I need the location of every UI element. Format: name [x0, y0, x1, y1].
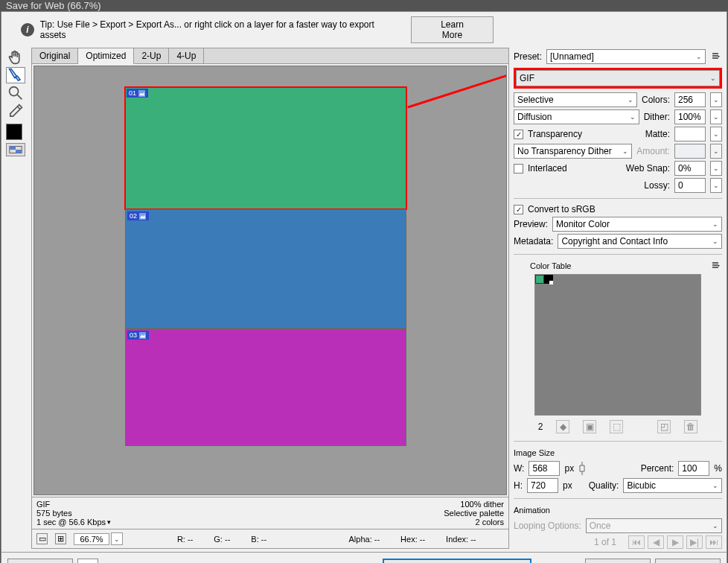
- matte-dropdown[interactable]: [674, 127, 706, 141]
- colors-input[interactable]: [674, 92, 706, 107]
- tip-text: Tip: Use File > Export > Export As... or…: [40, 19, 399, 40]
- status-square2[interactable]: ⊞: [55, 533, 66, 544]
- left-toolbar: [6, 48, 27, 549]
- color-table[interactable]: [534, 274, 701, 416]
- save-button[interactable]: Save...: [383, 559, 531, 563]
- slice-label: 02: [127, 211, 149, 220]
- slice-tool[interactable]: [6, 67, 25, 83]
- dither-input[interactable]: [674, 109, 706, 124]
- dither-stepper[interactable]: ⌄: [710, 109, 722, 124]
- percent-sign: %: [714, 463, 722, 474]
- tab-4up[interactable]: 4-Up: [169, 48, 204, 63]
- slice-visibility-button[interactable]: [6, 143, 25, 156]
- tab-optimized[interactable]: Optimized: [78, 48, 134, 64]
- preview-button[interactable]: Preview...: [7, 559, 73, 563]
- ct-trash-icon[interactable]: 🗑: [684, 420, 697, 433]
- status-hex: Hex: --: [400, 535, 425, 544]
- slice-01[interactable]: 01: [125, 87, 406, 209]
- w-px: px: [564, 463, 574, 474]
- svg-point-0: [10, 87, 19, 96]
- slice-02[interactable]: 02: [125, 209, 406, 328]
- last-frame-button: ⏭: [706, 535, 722, 549]
- status-r: R: --: [177, 535, 193, 544]
- slice-label: 01: [127, 89, 148, 98]
- settings-panel: Preset: [Unnamed]⌄ GIF⌄ Selective⌄ Color…: [514, 48, 722, 549]
- h-px: px: [563, 480, 572, 491]
- preview-dropdown[interactable]: Monitor Color⌄: [552, 217, 722, 232]
- ct-lock-icon[interactable]: ⬚: [610, 420, 623, 433]
- slice-03[interactable]: 03: [125, 328, 406, 446]
- quality-dropdown[interactable]: Bicubic⌄: [623, 478, 722, 493]
- w-input[interactable]: [529, 461, 560, 476]
- browser-dropdown[interactable]: ⌄: [77, 559, 98, 563]
- ct-cube-icon[interactable]: ▣: [583, 420, 596, 433]
- preset-label: Preset:: [514, 51, 542, 62]
- interlaced-checkbox[interactable]: [514, 164, 523, 174]
- learn-more-button[interactable]: Learn More: [411, 16, 494, 43]
- interlaced-label: Interlaced: [528, 163, 567, 174]
- info-colors: 2 colors: [444, 518, 504, 527]
- websnap-label: Web Snap:: [626, 163, 670, 174]
- percent-label: Percent:: [641, 463, 674, 474]
- quality-label: Quality:: [589, 480, 619, 491]
- metadata-dropdown[interactable]: Copyright and Contact Info⌄: [558, 234, 722, 249]
- trans-dither-dropdown[interactable]: No Transparency Dither⌄: [514, 144, 632, 159]
- h-label: H:: [514, 480, 523, 491]
- canvas[interactable]: 01 02 03: [33, 66, 507, 495]
- colors-stepper[interactable]: ⌄: [710, 92, 722, 107]
- status-square1[interactable]: ▭: [36, 533, 48, 544]
- info-format: GIF: [36, 500, 111, 509]
- transparency-label: Transparency: [528, 129, 582, 139]
- srgb-checkbox[interactable]: ✓: [514, 205, 523, 214]
- lossy-input[interactable]: [674, 178, 706, 193]
- websnap-stepper[interactable]: ⌄: [710, 161, 722, 176]
- status-b: B: --: [251, 535, 266, 544]
- tab-2up[interactable]: 2-Up: [134, 48, 169, 63]
- color-swatch[interactable]: [6, 124, 22, 140]
- transparency-checkbox[interactable]: ✓: [514, 130, 523, 139]
- format-dropdown[interactable]: GIF⌄: [516, 70, 720, 86]
- colortable-toolbar: 2 ◆ ▣ ⬚ ◰ 🗑: [514, 418, 722, 436]
- colortable-title: Color Table: [530, 261, 571, 270]
- slice-label: 03: [127, 331, 149, 340]
- info-dither: 100% dither: [444, 500, 504, 509]
- srgb-label: Convert to sRGB: [528, 204, 596, 214]
- title-bar: Save for Web (66.7%): [0, 0, 728, 11]
- preset-flyout-icon[interactable]: [710, 52, 722, 61]
- zoom-input[interactable]: [74, 533, 109, 545]
- link-icon[interactable]: [578, 461, 586, 476]
- dither-dropdown[interactable]: Diffusion⌄: [514, 109, 639, 124]
- metadata-label: Metadata:: [514, 236, 553, 246]
- preset-dropdown[interactable]: [Unnamed]⌄: [546, 49, 706, 64]
- preview-label: Preview:: [514, 219, 548, 229]
- ct-new-icon[interactable]: ◰: [657, 420, 671, 433]
- ct-sort-icon[interactable]: ◆: [556, 420, 569, 433]
- amount-stepper: ⌄: [710, 144, 722, 159]
- done-button[interactable]: Done: [655, 559, 721, 563]
- eyedropper-tool[interactable]: [6, 103, 25, 119]
- amount-label: Amount:: [636, 146, 670, 156]
- reduction-dropdown[interactable]: Selective⌄: [514, 92, 637, 107]
- websnap-input[interactable]: [674, 161, 706, 176]
- cancel-button[interactable]: Cancel: [585, 559, 651, 563]
- percent-input[interactable]: [678, 461, 709, 476]
- matte-arrow[interactable]: ⌄: [710, 127, 722, 141]
- status-alpha: Alpha: --: [349, 535, 380, 544]
- status-index: Index: --: [446, 535, 476, 544]
- zoom-tool[interactable]: [6, 85, 25, 101]
- info-size: 575 bytes: [36, 509, 111, 518]
- info-icon: i: [21, 23, 34, 36]
- colortable-flyout-icon[interactable]: [710, 261, 722, 270]
- tab-original[interactable]: Original: [32, 48, 78, 63]
- animation-title: Animation: [514, 506, 550, 515]
- pager-text: 1 of 1: [594, 537, 616, 547]
- amount-input: [674, 144, 706, 159]
- loop-dropdown: Once⌄: [586, 518, 722, 533]
- dialog-footer: Preview... ⌄ Save... Cancel Done: [1, 552, 727, 563]
- prev-frame-button: ◀: [648, 535, 664, 549]
- play-button: ▶: [667, 535, 683, 549]
- hand-tool[interactable]: [6, 49, 25, 66]
- lossy-stepper[interactable]: ⌄: [710, 178, 722, 193]
- zoom-dropdown[interactable]: ⌄: [111, 532, 123, 545]
- h-input[interactable]: [527, 478, 558, 493]
